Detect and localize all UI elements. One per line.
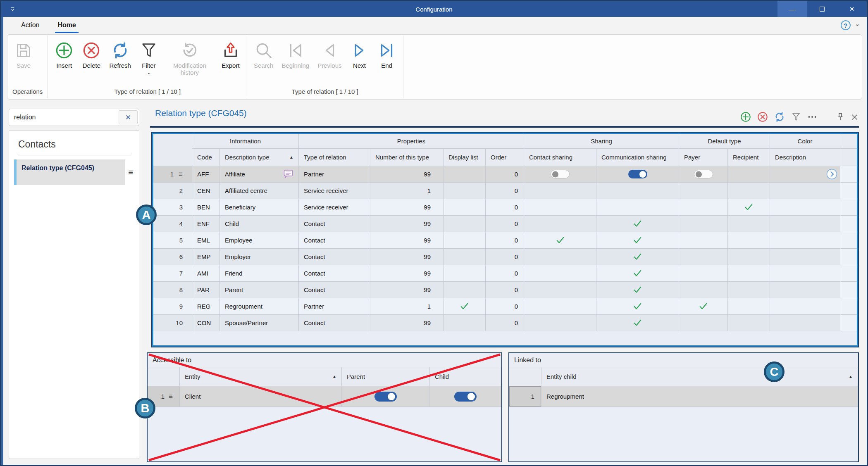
- minimize-button[interactable]: —: [777, 1, 807, 17]
- row-header[interactable]: 4: [153, 216, 192, 232]
- ribbon-group-label: Type of relation [ 1 / 10 ]: [50, 85, 244, 97]
- expand-row-chevron-icon[interactable]: [826, 169, 837, 180]
- cell-order: 0: [486, 232, 524, 249]
- row-header[interactable]: 8: [153, 282, 192, 298]
- table-row[interactable]: 8PARParentContact990: [153, 282, 857, 298]
- table-row[interactable]: 3BENBeneficiaryService receiver990: [153, 199, 857, 216]
- refresh-button[interactable]: [774, 111, 785, 123]
- column-header-contact-sharing[interactable]: Contact sharing: [524, 149, 596, 166]
- table-row[interactable]: 1≡AFFAffiliatePartner990: [153, 166, 857, 183]
- row-header[interactable]: 2: [153, 183, 192, 199]
- column-header-number-of-this-type[interactable]: Number of this type: [370, 149, 444, 166]
- table-row[interactable]: 7AMIFriendContact990: [153, 265, 857, 282]
- cell-number-of-this-type: 99: [370, 265, 444, 282]
- sidebar-section-title: Contacts: [18, 139, 139, 150]
- pin-button[interactable]: [835, 112, 845, 122]
- row-handle-icon[interactable]: ≡: [179, 170, 183, 178]
- row-cells: CENAffiliated centreService receiver10: [192, 183, 840, 199]
- row-header[interactable]: 9: [153, 298, 192, 315]
- table-row[interactable]: 10CONSpouse/PartnerContact990: [153, 315, 857, 331]
- table-row[interactable]: 2CENAffiliated centreService receiver10: [153, 183, 857, 199]
- close-button[interactable]: [851, 113, 858, 121]
- table-row[interactable]: 5EMLEmployeeContact990: [153, 232, 857, 249]
- search-button[interactable]: Search: [250, 37, 278, 69]
- column-header-entity[interactable]: Entity▲: [180, 367, 342, 386]
- row-header[interactable]: 6: [153, 249, 192, 265]
- help-icon[interactable]: ?: [841, 20, 851, 30]
- previous-button[interactable]: Previous: [313, 37, 346, 69]
- column-header-order[interactable]: Order: [486, 149, 524, 166]
- cell-description: Regroupment: [220, 298, 299, 315]
- cell-color-description: [770, 282, 840, 298]
- filler: [840, 282, 857, 298]
- item-menu-icon[interactable]: ≡: [125, 159, 136, 185]
- table-row[interactable]: 1≡Client: [148, 386, 501, 407]
- search-input[interactable]: [9, 109, 119, 126]
- row-header[interactable]: 5: [153, 232, 192, 249]
- column-header-entity-child[interactable]: Entity child▲: [541, 367, 858, 386]
- close-icon: ✕: [849, 5, 855, 13]
- tab-action[interactable]: Action: [12, 17, 48, 33]
- payer-toggle[interactable]: [694, 170, 713, 178]
- cell-description: Spouse/Partner: [220, 315, 299, 331]
- cell-recipient: [728, 183, 770, 199]
- close-button[interactable]: ✕: [837, 1, 867, 17]
- row-header[interactable]: 1≡: [153, 166, 192, 183]
- column-header-parent[interactable]: Parent: [342, 367, 430, 386]
- contact_sharing-toggle[interactable]: [551, 170, 570, 178]
- end-button[interactable]: End: [373, 37, 401, 69]
- row-header[interactable]: 10: [153, 315, 192, 331]
- maximize-button[interactable]: [807, 1, 837, 17]
- next-button[interactable]: Next: [346, 37, 373, 69]
- modification-history-button[interactable]: Modification history: [162, 37, 217, 76]
- table-row[interactable]: 1Regroupment: [509, 386, 858, 407]
- delete-button[interactable]: [757, 111, 768, 123]
- cell-payer: [679, 282, 728, 298]
- column-header-type-of-relation[interactable]: Type of relation: [299, 149, 370, 166]
- cell-contact-sharing: [524, 265, 596, 282]
- communication_sharing-toggle[interactable]: [628, 170, 647, 178]
- column-header-description[interactable]: Description: [770, 149, 840, 166]
- column-header-code[interactable]: Code: [192, 149, 220, 166]
- row-header[interactable]: 3: [153, 199, 192, 216]
- beginning-button[interactable]: Beginning: [277, 37, 313, 69]
- tab-home[interactable]: Home: [48, 17, 85, 33]
- more-button[interactable]: [807, 112, 818, 122]
- row-header[interactable]: 7: [153, 265, 192, 282]
- table-row[interactable]: 6EMPEmployerContact990: [153, 249, 857, 265]
- note-icon[interactable]: [283, 169, 293, 179]
- table-row[interactable]: 4ENFChildContact990: [153, 216, 857, 232]
- column-header-recipient[interactable]: Recipient: [728, 149, 770, 166]
- cell-communication-sharing: [596, 282, 679, 298]
- filter-button[interactable]: [791, 112, 801, 122]
- delete-button[interactable]: Delete: [78, 37, 105, 69]
- filler: [840, 134, 857, 149]
- cell-contact-sharing: [524, 183, 596, 199]
- column-header-payer[interactable]: Payer: [679, 149, 728, 166]
- filter-button[interactable]: Filter⌄: [135, 37, 162, 74]
- table-row[interactable]: 9REGRegroupmentPartner10: [153, 298, 857, 315]
- column-header-child[interactable]: Child: [430, 367, 501, 386]
- sidebar-item-relation-type[interactable]: Relation type (CFG045): [14, 159, 125, 185]
- parent-toggle[interactable]: [374, 392, 397, 402]
- search-clear-button[interactable]: ✕: [119, 110, 138, 124]
- toggle-knob: [639, 171, 646, 178]
- cell-recipient: [728, 249, 770, 265]
- export-button[interactable]: Export: [217, 37, 244, 69]
- save-button[interactable]: Save: [10, 37, 37, 69]
- child-toggle[interactable]: [454, 392, 477, 402]
- filter-icon: [139, 40, 158, 61]
- insert-button[interactable]: Insert: [50, 37, 78, 69]
- add-button[interactable]: [740, 111, 751, 123]
- quick-access-toolbar-icon[interactable]: [10, 6, 16, 12]
- row-cells: PARParentContact990: [192, 282, 840, 298]
- refresh-button[interactable]: Refresh: [105, 37, 135, 69]
- row-handle-icon[interactable]: ≡: [169, 392, 173, 401]
- ribbon-collapse-chevron-icon[interactable]: ⌄: [855, 20, 860, 28]
- column-header-display-list[interactable]: Display list: [444, 149, 486, 166]
- cell-order: 0: [486, 298, 524, 315]
- cell-recipient: [728, 282, 770, 298]
- column-header-description-type[interactable]: Description type▲: [220, 149, 299, 166]
- column-header-communication-sharing[interactable]: Communication sharing: [596, 149, 679, 166]
- row-header[interactable]: 1: [509, 386, 541, 407]
